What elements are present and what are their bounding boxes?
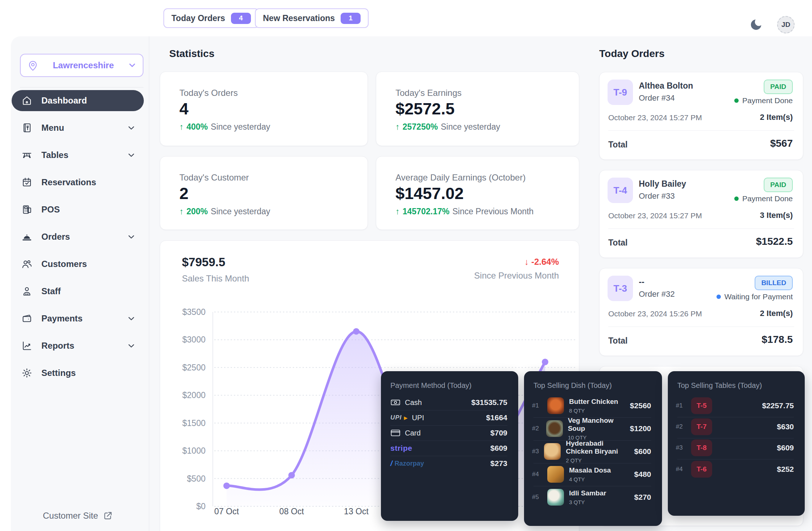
stat-delta-value: 145702.17% — [403, 207, 450, 216]
chevron-down-icon — [128, 153, 134, 157]
status-note: Waiting for Payment — [724, 292, 793, 301]
customer-site-label: Customer Site — [43, 511, 98, 521]
location-selector[interactable]: Lawrenceshire — [20, 54, 143, 77]
table-rank: #4 — [676, 466, 686, 473]
dish-row: #2 Veg Manchow Soup 10 QTY $1200 — [532, 418, 651, 439]
status-badge: PAID — [764, 178, 793, 192]
status-badge: PAID — [764, 80, 793, 94]
sidebar-item-dashboard[interactable]: Dashboard — [12, 90, 144, 111]
payment-amount: $273 — [490, 459, 507, 468]
dish-row: #5 Idli Sambar 3 QTY $270 — [532, 486, 651, 508]
stat-value: $2572.5 — [395, 100, 455, 118]
svg-text:08 Oct: 08 Oct — [279, 507, 304, 516]
status-note: Payment Done — [742, 194, 793, 203]
cloche-icon — [21, 231, 33, 243]
payment-row-card: Card $709 — [390, 425, 507, 441]
top-selling-dish-panel: Top Selling Dish (Today) #1 Butter Chick… — [524, 371, 662, 526]
sidebar-item-payments[interactable]: Payments — [12, 308, 144, 329]
order-number: Order #33 — [639, 191, 675, 201]
dish-amount: $270 — [634, 493, 651, 502]
table-badge-red: T-6 — [691, 461, 712, 478]
today-orders-button-label: Today Orders — [171, 13, 225, 23]
chevron-down-icon — [129, 63, 135, 68]
user-avatar[interactable]: JD — [777, 16, 795, 33]
stat-delta-period: Since yesterday — [441, 122, 500, 132]
dish-amount: $600 — [634, 447, 651, 456]
order-total-label: Total — [608, 140, 628, 150]
statistics-heading: Statistics — [169, 48, 215, 60]
sidebar-item-orders[interactable]: Orders — [12, 226, 144, 247]
sidebar-item-staff[interactable]: Staff — [12, 281, 144, 302]
sidebar-item-menu[interactable]: Menu — [12, 117, 144, 138]
card-icon — [390, 428, 401, 438]
stat-delta-value: 257250% — [403, 122, 438, 132]
dish-thumbnail — [547, 466, 564, 483]
users-icon — [21, 258, 33, 270]
dish-thumbnail — [544, 443, 561, 460]
stat-delta-period: Since Previous Month — [452, 207, 534, 216]
stat-card-todays-customer: Today's Customer 2 ↑200%Since yesterday — [160, 156, 368, 230]
order-card[interactable]: T-4 Holly Bailey Order #33 PAID Payment … — [599, 170, 803, 258]
table-rank: #3 — [676, 444, 686, 451]
dish-rank: #3 — [532, 448, 539, 455]
dish-amount: $480 — [634, 470, 651, 479]
order-total-value: $567 — [770, 138, 793, 149]
dark-mode-toggle[interactable] — [747, 16, 765, 33]
dish-name: Hyderabadi Chicken Biryani — [566, 439, 629, 455]
table-amount: $630 — [777, 422, 794, 431]
sidebar-item-reservations[interactable]: Reservations — [12, 172, 144, 193]
payment-method-label: Card — [405, 429, 421, 437]
up-arrow-icon: ↑ — [395, 207, 400, 216]
svg-text:$3000: $3000 — [182, 335, 206, 344]
table-badge: T-9 — [608, 80, 633, 105]
stat-delta-period: Since yesterday — [211, 122, 270, 132]
sidebar-item-settings[interactable]: Settings — [12, 362, 144, 384]
payment-amount: $609 — [490, 444, 507, 453]
up-arrow-icon: ↑ — [395, 122, 400, 132]
dish-row: #3 Hyderabadi Chicken Biryani 2 QTY $600 — [532, 441, 651, 462]
dish-name: Masala Dosa — [569, 466, 611, 474]
new-reservations-button-label: New Reservations — [263, 13, 335, 23]
order-card[interactable]: T-9 Althea Bolton Order #34 PAID Payment… — [599, 72, 803, 160]
dish-rank: #5 — [532, 494, 542, 501]
topbar: Today Orders 4 New Reservations 1 JD — [0, 0, 812, 36]
sidebar-item-label: Dashboard — [41, 96, 87, 106]
dish-rank: #1 — [532, 402, 542, 409]
svg-text:$1000: $1000 — [182, 446, 206, 455]
table-row: #1 T-5 $2257.75 — [676, 396, 794, 416]
svg-text:$500: $500 — [187, 474, 206, 483]
order-item-count: 3 Item(s) — [760, 211, 793, 220]
dish-rank: #4 — [532, 471, 542, 478]
table-badge-red: T-8 — [691, 439, 712, 456]
customer-site-link[interactable]: Customer Site — [43, 511, 113, 521]
order-item-count: 2 Item(s) — [760, 309, 793, 318]
top-tables-title: Top Selling Tables (Today) — [677, 381, 762, 390]
today-orders-button[interactable]: Today Orders 4 — [163, 8, 259, 28]
payment-row-stripe: stripe $609 — [390, 441, 507, 456]
sidebar-item-tables[interactable]: Tables — [12, 145, 144, 166]
sidebar-item-customers[interactable]: Customers — [12, 254, 144, 275]
sidebar-item-label: Customers — [41, 259, 87, 269]
sidebar-separator — [20, 87, 143, 88]
sidebar-item-label: Menu — [41, 123, 64, 133]
stat-card-average-daily-earnings: Average Daily Earnings (October) $1457.0… — [376, 156, 579, 230]
table-badge: T-3 — [608, 276, 633, 301]
order-item-count: 2 Item(s) — [760, 113, 793, 122]
calendar-check-icon — [21, 177, 33, 188]
svg-text:13 Oct: 13 Oct — [344, 507, 369, 516]
order-datetime: October 23, 2024 15:27 PM — [608, 211, 702, 220]
staff-icon — [21, 285, 33, 297]
payment-amount: $31535.75 — [471, 398, 507, 407]
stat-delta-value: 400% — [187, 122, 208, 132]
new-reservations-button[interactable]: New Reservations 1 — [255, 8, 369, 28]
dish-qty: 4 QTY — [569, 476, 611, 482]
sidebar-item-pos[interactable]: POS — [12, 199, 144, 220]
order-card[interactable]: T-3 -- Order #32 BILLED Waiting for Paym… — [599, 268, 803, 356]
sidebar-item-reports[interactable]: Reports — [12, 335, 144, 356]
svg-text:$3500: $3500 — [182, 307, 206, 317]
order-number: Order #32 — [639, 289, 675, 299]
sidebar-item-label: Staff — [41, 286, 61, 296]
pos-terminal-icon — [21, 204, 33, 215]
top-dish-title: Top Selling Dish (Today) — [533, 381, 612, 390]
sidebar-item-label: POS — [41, 204, 60, 215]
